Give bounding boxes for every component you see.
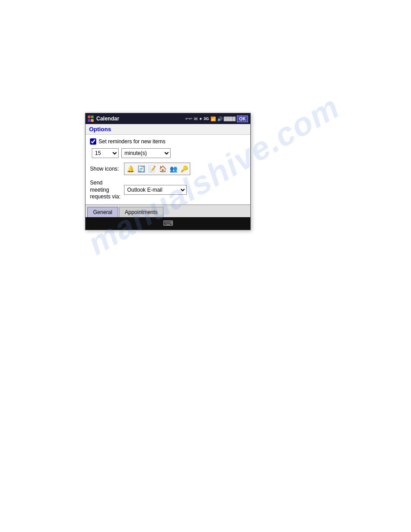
tabs-bar: General Appointments <box>86 205 250 217</box>
taskbar: ⌨ <box>86 217 250 230</box>
bluetooth-icon: ✦ <box>199 116 202 121</box>
voicemail-icon: ↩↩ <box>185 116 193 121</box>
signal-bars-icon: 📶 <box>210 116 216 121</box>
reminder-time-row: 5 10 15 30 60 minute(s) hour(s) day(s) <box>90 148 246 158</box>
icons-group: 🔔 🔄 📝 🏠 👥 🔑 <box>124 163 190 175</box>
ok-button[interactable]: OK <box>237 116 248 122</box>
note-icon[interactable]: 📝 <box>147 164 157 174</box>
tab-general[interactable]: General <box>87 207 118 217</box>
bell-icon[interactable]: 🔔 <box>125 164 135 174</box>
private-icon[interactable]: 🔑 <box>179 164 189 174</box>
title-bar-left: Calendar <box>88 116 119 122</box>
recurring-icon[interactable]: 🔄 <box>136 164 146 174</box>
title-bar-right: ↩↩ ✉ ✦ 3G 📶 🔊 ▓▓▓▓ OK <box>185 116 248 122</box>
reminder-unit-dropdown[interactable]: minute(s) hour(s) day(s) <box>121 148 171 158</box>
title-bar: Calendar ↩↩ ✉ ✦ 3G 📶 🔊 ▓▓▓▓ OK <box>86 113 250 124</box>
options-header: Options <box>86 124 250 135</box>
form-section: Set reminders for new items 5 10 15 30 6… <box>86 135 250 205</box>
send-meeting-label: Send meeting requests via: <box>90 180 121 201</box>
set-reminders-checkbox[interactable] <box>90 138 96 145</box>
keyboard-icon[interactable]: ⌨ <box>163 219 173 227</box>
send-meeting-row: Send meeting requests via: Outlook E-mai… <box>90 180 246 201</box>
device-frame: Calendar ↩↩ ✉ ✦ 3G 📶 🔊 ▓▓▓▓ OK Options S… <box>85 113 251 230</box>
attendees-icon[interactable]: 👥 <box>168 164 178 174</box>
email-icon: ✉ <box>194 116 197 121</box>
signal-3g-icon: 3G <box>204 116 209 121</box>
show-icons-row: Show icons: 🔔 🔄 📝 🏠 👥 🔑 <box>90 163 246 175</box>
set-reminders-row: Set reminders for new items <box>90 138 246 145</box>
options-title: Options <box>89 126 111 133</box>
send-meeting-dropdown[interactable]: Outlook E-mail SMS MMS <box>124 185 187 195</box>
battery-icon: ▓▓▓▓ <box>224 116 235 121</box>
location-icon[interactable]: 🏠 <box>158 164 167 174</box>
set-reminders-label: Set reminders for new items <box>98 138 165 145</box>
volume-icon: 🔊 <box>217 116 223 121</box>
show-icons-label: Show icons: <box>90 166 121 172</box>
app-title: Calendar <box>96 116 119 122</box>
reminder-value-dropdown[interactable]: 5 10 15 30 60 <box>92 148 119 158</box>
windows-logo-icon <box>88 116 94 122</box>
tab-appointments[interactable]: Appointments <box>119 207 163 217</box>
